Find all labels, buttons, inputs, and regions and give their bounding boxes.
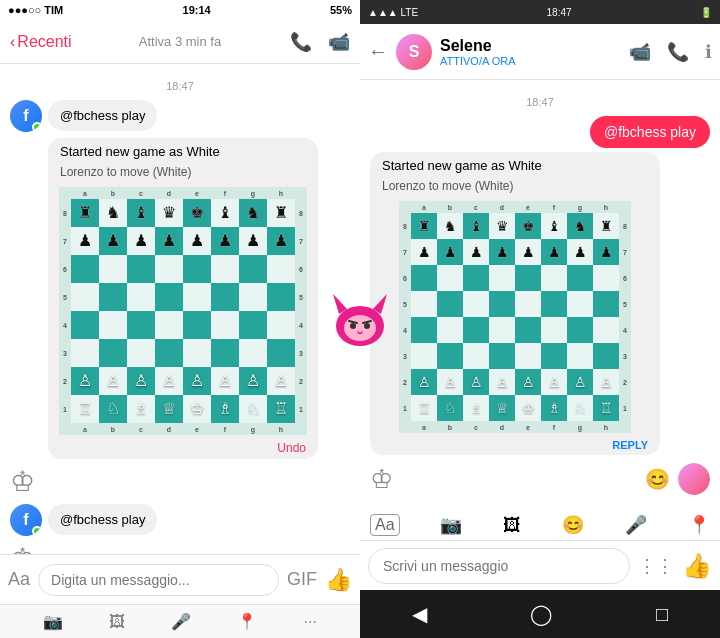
contact-status: ATTIVO/A ORA [440,55,621,67]
dots-android[interactable]: ⋮⋮ [638,555,674,577]
reply-button[interactable]: REPLY [370,435,660,455]
board-cell [127,255,155,283]
board-cell [211,283,239,311]
board-cell: ♟ [567,239,593,265]
board-coord: d [489,421,515,433]
board-cell [463,317,489,343]
sent-bubble: @fbchess play [590,116,710,148]
fbchess-text: @fbchess play [60,108,145,123]
mic-tool[interactable]: 🎤 [171,612,191,631]
thumbsup-icon[interactable]: 👍 [325,567,352,593]
android-info-icon[interactable]: ℹ [705,41,712,63]
sent-text: @fbchess play [604,124,696,140]
camera-tool[interactable]: 📷 [43,612,63,631]
location-android[interactable]: 📍 [688,514,710,536]
board-cell: ♗ [541,395,567,421]
sender-avatar: f [10,100,42,132]
header-icons: 📞 📹 [290,31,350,53]
android-message-input[interactable] [368,548,630,584]
board-cell [267,311,295,339]
board-cell [567,317,593,343]
board-cell [183,339,211,367]
emoji-android[interactable]: 😊 [562,514,584,536]
board-coord: 3 [59,339,71,367]
board-cell: ♙ [239,367,267,395]
board-cell [411,317,437,343]
board-coord: 5 [399,291,411,317]
board-coord: c [127,423,155,435]
undo-button[interactable]: Undo [48,437,318,459]
board-coord: 1 [619,395,631,421]
board-cell [567,291,593,317]
board-cell: ♖ [411,395,437,421]
board-cell [71,339,99,367]
image-android[interactable]: 🖼 [503,515,521,536]
board-cell [411,265,437,291]
android-video-icon[interactable]: 📹 [629,41,651,63]
android-smiley-icon: 😊 [645,467,670,491]
board-cell: ♗ [463,395,489,421]
android-header-icons: 📹 📞 ℹ [629,41,712,63]
chess-icon: ♔ [10,465,35,498]
board-cell [239,255,267,283]
board-cell: ♚ [183,199,211,227]
online-dot [32,122,42,132]
board-cell [211,255,239,283]
android-thumbsup[interactable]: 👍 [682,552,712,580]
nav-back-icon[interactable]: ◀ [412,602,427,626]
mascot [325,284,395,354]
board-cell: ♞ [99,199,127,227]
back-label[interactable]: Recenti [17,33,71,51]
nav-recents-icon[interactable]: □ [656,603,668,626]
android-signal: ▲▲▲ LTE [368,7,418,18]
board-coord [59,423,71,435]
board-cell: ♙ [567,369,593,395]
board-cell [515,291,541,317]
board-coord: e [515,421,541,433]
camera-android[interactable]: 📷 [440,514,462,536]
board-cell: ♝ [211,199,239,227]
board-cell [463,265,489,291]
mic-android[interactable]: 🎤 [625,514,647,536]
right-panel: ▲▲▲ LTE 18:47 🔋 ← S Selene ATTIVO/A ORA … [360,0,720,638]
board-cell [593,291,619,317]
board-cell: ♟ [127,227,155,255]
board-cell: ♖ [267,395,295,423]
android-back-button[interactable]: ← [368,40,388,63]
board-cell [267,255,295,283]
board-coord: g [239,423,267,435]
board-cell [239,283,267,311]
board-coord: 3 [295,339,307,367]
image-tool[interactable]: 🖼 [109,613,125,631]
board-coord: 6 [295,255,307,283]
board-coord: 7 [399,239,411,265]
aa-android[interactable]: Aa [370,514,400,536]
board-cell [437,265,463,291]
chess-new-game: Started new game as White [48,138,318,165]
board-cell [71,311,99,339]
board-cell: ♗ [211,395,239,423]
android-phone-icon[interactable]: 📞 [667,41,689,63]
board-cell [183,283,211,311]
board-cell [489,317,515,343]
board-cell [211,311,239,339]
board-cell [127,339,155,367]
dots-tool[interactable]: ··· [304,613,317,631]
nav-home-icon[interactable]: ◯ [530,602,552,626]
board-cell [155,339,183,367]
board-coord [619,201,631,213]
location-tool[interactable]: 📍 [237,612,257,631]
video-icon[interactable]: 📹 [328,31,350,53]
back-button[interactable]: ‹ Recenti [10,33,72,51]
aa-button[interactable]: Aa [8,569,30,590]
board-cell [155,283,183,311]
board-coord [619,421,631,433]
svg-point-1 [344,315,376,341]
phone-icon[interactable]: 📞 [290,31,312,53]
ios-message-input[interactable] [38,564,279,596]
ios-status-bar: ●●●○○ TIM 19:14 55% [0,0,360,20]
gif-button[interactable]: GIF [287,569,317,590]
time-label: 19:14 [183,4,211,16]
sender-avatar2: f [10,504,42,536]
board-cell [489,343,515,369]
